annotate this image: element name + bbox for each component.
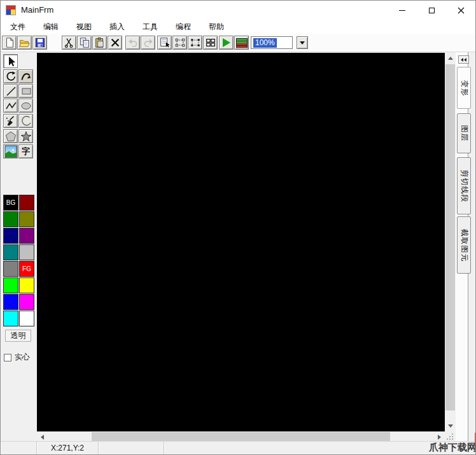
menu-program[interactable]: 编程	[167, 20, 200, 34]
maximize-button[interactable]	[417, 1, 446, 20]
tool-select[interactable]	[3, 54, 18, 68]
tilemap-button[interactable]	[234, 36, 249, 50]
tool-star[interactable]	[18, 129, 33, 143]
open-button[interactable]	[17, 36, 32, 50]
tool-bezier[interactable]	[18, 69, 33, 83]
redo-button[interactable]	[141, 36, 155, 50]
menu-view[interactable]: 视图	[67, 20, 101, 34]
watermark-text: 爪神下载网	[429, 442, 476, 454]
open-folder-icon	[19, 37, 31, 48]
tool-rotate[interactable]	[3, 69, 18, 83]
menu-help[interactable]: 帮助	[200, 20, 233, 34]
scroll-down-button[interactable]	[445, 421, 456, 431]
tool-rectangle[interactable]	[18, 84, 33, 98]
menu-insert[interactable]: 插入	[101, 20, 134, 34]
color-swatch[interactable]	[3, 311, 18, 326]
menu-file[interactable]: 文件	[1, 20, 34, 34]
color-swatch[interactable]	[19, 211, 34, 227]
tool-pentagon[interactable]	[3, 129, 18, 143]
menu-tools[interactable]: 工具	[134, 20, 167, 34]
star-icon	[20, 130, 32, 143]
color-swatch[interactable]	[3, 211, 18, 227]
color-swatch[interactable]	[19, 244, 34, 260]
minimize-button[interactable]	[388, 1, 417, 20]
close-button[interactable]	[446, 1, 475, 20]
menu-edit[interactable]: 编辑	[34, 20, 67, 34]
main-window: MainFrm 文件 编辑 视图 插入 工具 编程 帮助	[0, 0, 476, 455]
vertical-scrollbar[interactable]	[445, 53, 456, 431]
color-swatch[interactable]	[3, 277, 18, 293]
paste-clipboard-icon	[94, 37, 106, 48]
cut-scissors-icon	[64, 37, 75, 48]
scroll-down-icon	[448, 424, 453, 428]
paste-button[interactable]	[92, 36, 107, 50]
tab-transform[interactable]: 变形	[457, 67, 471, 109]
redo-icon	[143, 37, 154, 48]
tab-capture-primitive[interactable]: 截取图元	[457, 216, 471, 274]
chevron-down-icon	[300, 41, 305, 45]
properties-icon	[159, 37, 171, 48]
tab-clip-segment[interactable]: 剪切线段	[457, 157, 471, 214]
tab-layers[interactable]: 图层	[457, 113, 471, 153]
tool-polyline[interactable]	[3, 99, 18, 113]
save-button[interactable]	[32, 36, 47, 50]
zoom-value: 100%	[253, 38, 277, 48]
copy-button[interactable]	[77, 36, 92, 50]
zoom-combobox[interactable]: 100%	[251, 36, 293, 49]
minimize-icon	[399, 10, 405, 11]
delete-button[interactable]	[108, 36, 122, 50]
collapse-panel-button[interactable]	[458, 55, 469, 64]
scroll-up-button[interactable]	[445, 53, 456, 64]
cut-button[interactable]	[62, 36, 76, 50]
new-button[interactable]	[2, 36, 17, 50]
zoom-dropdown-button[interactable]	[297, 36, 308, 49]
delete-x-icon	[109, 37, 121, 48]
solid-checkbox[interactable]	[4, 354, 11, 361]
status-panel-1	[1, 442, 37, 454]
color-swatch[interactable]	[19, 311, 34, 326]
scroll-left-icon	[41, 435, 44, 440]
transparent-button[interactable]: 透明	[5, 330, 31, 342]
close-icon	[458, 7, 465, 14]
color-swatch[interactable]	[19, 228, 34, 244]
copy-icon	[79, 37, 90, 48]
run-button[interactable]	[219, 36, 234, 50]
bg-label: BG	[6, 199, 15, 206]
image-icon	[4, 145, 17, 158]
drawing-canvas[interactable]	[37, 53, 445, 431]
tool-arc[interactable]	[18, 114, 33, 128]
tool-image[interactable]	[3, 144, 18, 158]
color-swatch[interactable]	[3, 228, 18, 244]
horizontal-scroll-thumb[interactable]	[92, 432, 390, 442]
transform-objects-button[interactable]	[188, 36, 202, 50]
status-panel-3	[99, 442, 164, 454]
color-swatch[interactable]	[3, 294, 18, 310]
tool-ellipse[interactable]	[18, 99, 33, 113]
color-swatch[interactable]	[3, 244, 18, 260]
title-bar[interactable]: MainFrm	[1, 1, 475, 20]
color-swatch-fg[interactable]: FG	[19, 261, 34, 277]
undo-icon	[127, 37, 139, 48]
tool-text[interactable]: 字	[18, 144, 33, 158]
select-objects-button[interactable]	[172, 36, 187, 50]
color-swatch-bg[interactable]: BG	[3, 195, 18, 211]
color-swatch[interactable]	[3, 261, 18, 277]
pentagon-icon	[4, 130, 17, 143]
play-icon	[223, 38, 230, 47]
tile-view-button[interactable]	[203, 36, 218, 50]
tool-pen[interactable]	[3, 114, 18, 128]
properties-button[interactable]	[157, 36, 172, 50]
arc-icon	[20, 115, 32, 127]
color-swatch[interactable]	[19, 294, 34, 310]
vertical-scroll-thumb[interactable]	[445, 64, 455, 410]
dock-panel: 变形 图层 剪切线段 截取图元	[456, 52, 476, 442]
color-swatch[interactable]	[19, 277, 34, 293]
selection-handles-icon	[190, 37, 201, 48]
color-swatch[interactable]	[19, 195, 34, 211]
bezier-curve-icon	[20, 70, 32, 83]
scroll-up-icon	[448, 57, 453, 60]
app-icon	[6, 5, 16, 15]
pen-icon	[4, 115, 17, 127]
undo-button[interactable]	[125, 36, 140, 50]
tool-line[interactable]	[3, 84, 18, 98]
